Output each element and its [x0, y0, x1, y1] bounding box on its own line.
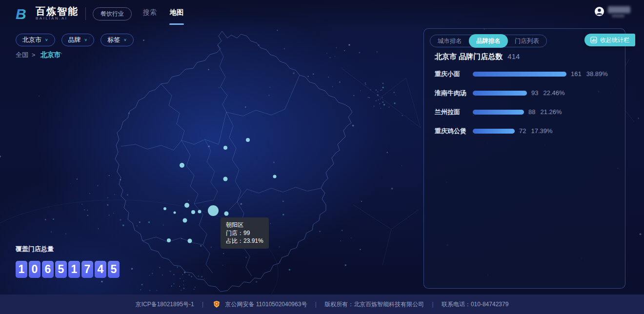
ranking-row: 重庆小面 16138.89%: [424, 64, 625, 83]
nav-active-underline: [169, 23, 184, 25]
collapse-stats-button[interactable]: 收起统计栏: [584, 34, 635, 46]
ranking-value: 88: [528, 108, 535, 116]
ranking-value: 161: [571, 70, 582, 78]
industry-badge: 餐饮行业: [93, 7, 132, 20]
ranking-value: 93: [531, 89, 538, 97]
brand-ranking-chart: 重庆小面 16138.89% 淮南牛肉汤 9322.46% 兰州拉面 8821.…: [424, 64, 625, 140]
digit-box: 0: [29, 261, 40, 278]
tooltip-district: 朝阳区: [226, 221, 263, 229]
username-redacted-sub: [612, 14, 624, 18]
digit-box: 1: [16, 261, 27, 278]
tooltip-stores: 门店：99: [226, 229, 263, 237]
panel-tabs: 城市排名 品牌排名 门店列表: [430, 35, 547, 47]
panel-title: 北京市 品牌门店总数 414: [435, 52, 520, 61]
username-redacted: [608, 6, 630, 13]
ranking-row: 淮南牛肉汤 9322.46%: [424, 83, 625, 102]
logo-divider: [85, 7, 86, 20]
breadcrumb: 全国 > 北京市: [16, 51, 61, 59]
logo[interactable]: B 百炼智能 BAILIAN.AI 餐饮行业: [15, 5, 132, 22]
chart-panel-icon: [590, 37, 597, 43]
counter-label: 覆盖门店总量: [16, 245, 120, 254]
footer: 京ICP备18021895号-1 ｜ 京公网安备 11010502040963号…: [0, 294, 644, 314]
district-boundaries: [115, 31, 352, 292]
logo-subtitle: BAILIAN.AI: [36, 16, 79, 21]
ranking-value: 72: [519, 127, 526, 135]
logo-title: 百炼智能: [36, 6, 79, 16]
total-store-counter: 覆盖门店总量 1 0 6 5 1 7 4 5: [16, 245, 120, 278]
digit-box: 6: [42, 261, 54, 278]
chevron-down-icon: ∨: [45, 38, 48, 42]
digit-box: 5: [108, 261, 120, 278]
nav-map[interactable]: 地图: [170, 8, 183, 23]
filter-bar: 北京市 ∨ 品牌 ∨ 标签 ∨: [16, 34, 134, 46]
digit-box: 1: [68, 261, 80, 278]
nav-search[interactable]: 搜索: [143, 8, 157, 23]
digit-box: 4: [95, 261, 106, 278]
chevron-down-icon: ∨: [84, 38, 88, 42]
ranking-percent: 22.46%: [543, 89, 564, 97]
digit-box: 7: [81, 261, 93, 278]
psb-number[interactable]: 京公网安备 11010502040963号: [225, 300, 307, 309]
user-avatar-icon[interactable]: [594, 6, 604, 17]
breadcrumb-current: 北京市: [40, 51, 61, 59]
copyright: 版权所有：北京百炼智能科技有限公司: [324, 300, 424, 309]
ranking-bar: [473, 72, 566, 77]
brand-filter-dropdown[interactable]: 品牌 ∨: [61, 34, 95, 46]
breadcrumb-root[interactable]: 全国: [16, 51, 28, 59]
ranking-percent: 21.26%: [540, 108, 562, 116]
tab-store-list[interactable]: 门店列表: [507, 35, 546, 47]
main-nav: 搜索 地图: [143, 8, 183, 23]
tag-filter-dropdown[interactable]: 标签 ∨: [101, 34, 134, 46]
bailian-logo-icon: B: [15, 5, 31, 22]
ranking-bar: [473, 110, 524, 115]
ranking-percent: 17.39%: [531, 127, 552, 135]
icp-number[interactable]: 京ICP备18021895号-1: [136, 300, 194, 309]
ranking-row: 重庆鸡公煲 7217.39%: [424, 121, 625, 140]
ranking-bar: [473, 91, 527, 96]
svg-text:B: B: [16, 6, 26, 22]
tooltip-share: 占比：23.91%: [226, 237, 263, 245]
contact-phone: 联系电话：010-84742379: [442, 300, 508, 309]
tab-brand-ranking[interactable]: 品牌排名: [469, 34, 508, 48]
digit-box: 5: [55, 261, 67, 278]
ranking-percent: 38.89%: [586, 70, 608, 78]
top-header: B 百炼智能 BAILIAN.AI 餐饮行业 搜索 地图: [0, 0, 644, 27]
tab-city-ranking[interactable]: 城市排名: [430, 35, 469, 47]
ranking-row: 兰州拉面 8821.26%: [424, 102, 625, 121]
chevron-down-icon: ∨: [123, 38, 127, 42]
counter-digits: 1 0 6 5 1 7 4 5: [16, 261, 120, 278]
map-tooltip: 朝阳区 门店：99 占比：23.91%: [221, 217, 269, 249]
app-root: B 百炼智能 BAILIAN.AI 餐饮行业 搜索 地图: [0, 0, 644, 314]
stats-panel: 城市排名 品牌排名 门店列表 北京市 品牌门店总数 414 重庆小面 16138…: [423, 28, 625, 289]
total-count: 414: [507, 52, 520, 60]
public-security-emblem-icon: [213, 300, 221, 308]
user-area[interactable]: [594, 6, 630, 18]
city-filter-dropdown[interactable]: 北京市 ∨: [16, 34, 55, 46]
ranking-bar: [473, 129, 515, 134]
